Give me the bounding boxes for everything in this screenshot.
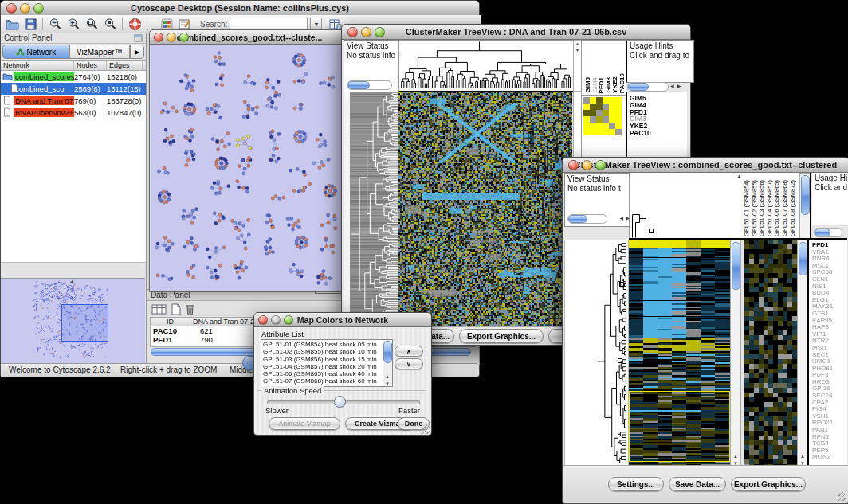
matrix-cell[interactable] — [596, 129, 603, 135]
view-status-scrollbar[interactable] — [567, 214, 607, 224]
matrix-cell[interactable] — [615, 110, 622, 116]
tv1-column-labels[interactable]: GIM5GIM4PFD1GIM3YKE2PAC10 — [581, 40, 626, 96]
cytoscape-titlebar[interactable]: Cytoscape Desktop (Session Name: collins… — [1, 1, 479, 16]
matrix-cell[interactable] — [615, 123, 622, 129]
export-graphics-button[interactable]: Export Graphics... — [731, 477, 806, 491]
scroll-right-icon[interactable]: ▶ — [677, 83, 681, 88]
network-list[interactable]: combined_scores2764(0)16218(0)combined_s… — [1, 71, 146, 263]
network-list-row[interactable]: combined_scores2764(0)16218(0) — [1, 71, 146, 83]
close-icon[interactable] — [347, 27, 358, 37]
close-icon[interactable] — [258, 315, 268, 325]
matrix-cell[interactable] — [596, 123, 603, 129]
scroll-down-icon[interactable]: ▼ — [385, 381, 390, 386]
attribute-list-item[interactable]: GPL51-02 (GSM855) heat shock 10 min — [263, 348, 391, 355]
matrix-cell[interactable] — [609, 97, 615, 104]
matrix-cell[interactable] — [590, 110, 596, 116]
save-data-button[interactable]: Save Data... — [669, 477, 726, 491]
tv2-column-dendrogram[interactable] — [629, 173, 737, 238]
birdseye-panel[interactable]: ◢ — [1, 278, 145, 365]
zoom-window-icon[interactable] — [179, 33, 189, 42]
search-dropdown-icon[interactable]: ▼ — [310, 18, 322, 30]
matrix-cell[interactable] — [583, 110, 590, 116]
matrix-cell[interactable] — [596, 116, 603, 123]
tab-network[interactable]: Network — [2, 45, 69, 59]
network-view-titlebar[interactable]: combined_scores_good.txt--cluste... — [150, 30, 349, 45]
scroll-left-icon[interactable]: ◀ — [670, 83, 674, 88]
tv2-row-dendrogram[interactable] — [564, 240, 629, 467]
matrix-cell[interactable] — [615, 97, 622, 104]
treeview1-titlebar[interactable]: ClusterMaker TreeView : DNA and Tran 07-… — [342, 25, 690, 40]
tv2-secondary-heatmap[interactable] — [744, 240, 797, 466]
export-graphics-button[interactable]: Export Graphics... — [459, 329, 544, 343]
tv1-column-dendrogram[interactable] — [398, 40, 574, 92]
minimize-icon[interactable] — [167, 33, 176, 42]
zoom-window-icon[interactable] — [595, 160, 606, 170]
scroll-up-icon[interactable]: ▲ — [385, 374, 390, 379]
zoom-in-icon[interactable] — [65, 17, 81, 31]
network-list-row[interactable]: DNA and Tran 07769(0)183728(0) — [1, 95, 146, 107]
matrix-cell[interactable] — [583, 123, 590, 129]
matrix-cell[interactable] — [590, 116, 596, 123]
tv1-heatmap[interactable] — [398, 92, 572, 327]
network-list-row[interactable]: RNAPuberNov2+563(0)107847(0) — [1, 107, 146, 119]
network-graph-canvas[interactable] — [151, 45, 348, 291]
matrix-cell[interactable] — [603, 129, 609, 135]
panel-resize-handle[interactable]: ◢ — [69, 278, 73, 283]
help-lifesaver-icon[interactable] — [127, 17, 143, 31]
minimize-icon[interactable] — [361, 27, 371, 37]
tv1-row-dendrogram[interactable] — [350, 92, 398, 327]
birdseye-canvas[interactable] — [1, 279, 143, 363]
matrix-cell[interactable] — [603, 110, 609, 116]
matrix-cell[interactable] — [583, 104, 590, 110]
tv2-usage-scrollbar[interactable] — [814, 228, 842, 237]
view-status-scrollbar[interactable] — [347, 80, 392, 90]
attribute-listbox[interactable]: GPL51-01 (GSM854) heat shock 05 minGPL51… — [261, 339, 393, 387]
matrix-cell[interactable] — [609, 116, 615, 123]
close-icon[interactable] — [154, 33, 163, 42]
matrix-cell[interactable] — [603, 123, 609, 129]
attribute-list-item[interactable]: GPL51-06 (GSM865) heat shock 40 min — [263, 370, 391, 377]
matrix-cell[interactable] — [583, 97, 590, 104]
zoom-fit-icon[interactable] — [84, 17, 100, 31]
tv2-heatmap[interactable] — [629, 240, 730, 466]
minimize-icon[interactable] — [271, 315, 281, 325]
resize-grip[interactable] — [838, 492, 846, 501]
matrix-cell[interactable] — [609, 104, 615, 110]
minimize-icon[interactable] — [20, 3, 30, 14]
matrix-cell[interactable] — [609, 129, 615, 135]
tv1-usage-scrollbar[interactable] — [627, 82, 669, 92]
speed-slider-thumb[interactable] — [334, 396, 346, 408]
gene-label[interactable]: MON2 — [812, 454, 847, 461]
scroll-up-icon[interactable]: ▲ — [733, 454, 738, 459]
tv2-secondary-vscroll[interactable]: ▲ ▼ — [797, 240, 808, 467]
matrix-cell[interactable] — [590, 104, 596, 110]
attribute-list-item[interactable]: GPL51-04 (GSM857) heat shock 20 min — [263, 363, 391, 370]
tab-overflow-button[interactable]: ▶ — [130, 45, 144, 59]
matrix-cell[interactable] — [596, 104, 603, 110]
matrix-cell[interactable] — [603, 104, 609, 110]
attribute-list-item[interactable]: GPL51-01 (GSM854) heat shock 05 min — [263, 341, 391, 348]
treeview2-titlebar[interactable]: ClusterMaker TreeView : combined_scores_… — [563, 158, 848, 173]
attribute-list-item[interactable]: GPL51-03 (GSM856) heat shock 15 min — [263, 356, 391, 363]
search-input[interactable] — [230, 18, 308, 30]
attribute-list-item[interactable]: GPL51-07 (GSM868) heat shock 60 min — [263, 377, 391, 385]
matrix-cell[interactable] — [596, 97, 603, 104]
dialog-titlebar[interactable]: Map Colors to Network — [254, 313, 431, 327]
matrix-cell[interactable] — [590, 129, 596, 135]
close-icon[interactable] — [568, 160, 579, 170]
matrix-cell[interactable] — [615, 104, 622, 110]
matrix-cell[interactable] — [609, 110, 615, 116]
tv1-row-label[interactable]: PAC10 — [630, 130, 687, 137]
scroll-up-icon[interactable]: ▲ — [800, 454, 805, 459]
matrix-cell[interactable] — [590, 123, 596, 129]
scroll-left-icon[interactable]: ◀ — [619, 213, 623, 223]
resize-grip[interactable] — [422, 425, 430, 434]
matrix-cell[interactable] — [615, 129, 622, 135]
move-down-button[interactable]: ∨ — [395, 358, 423, 369]
save-icon[interactable] — [22, 17, 38, 31]
zoom-selected-icon[interactable] — [102, 17, 118, 31]
zoom-out-icon[interactable] — [47, 17, 63, 31]
move-up-button[interactable]: ∧ — [395, 346, 423, 357]
tv2-mini-vscroll[interactable]: ▲ — [736, 173, 742, 238]
network-list-row[interactable]: combined_sco2569(6)13112(15) — [1, 83, 146, 95]
